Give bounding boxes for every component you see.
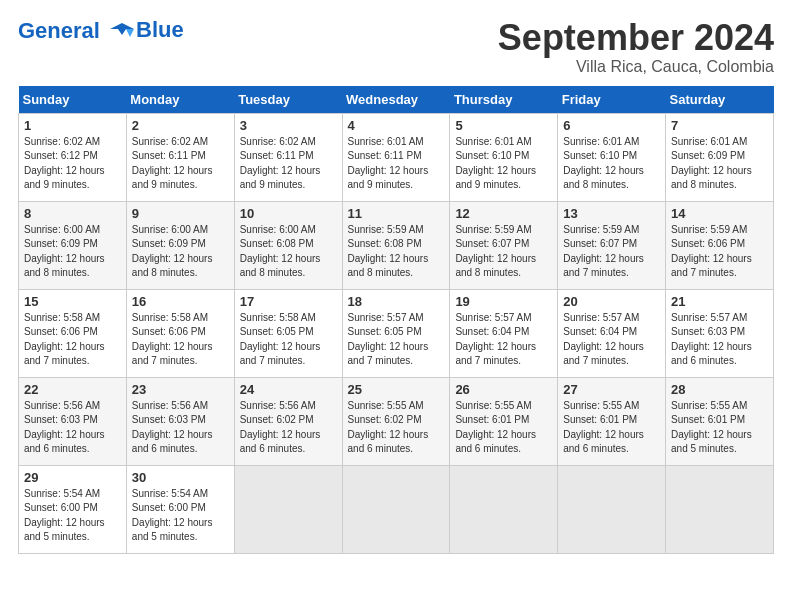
day-info: Sunrise: 5:59 AM Sunset: 6:07 PM Dayligh… (455, 223, 552, 281)
table-row: 27Sunrise: 5:55 AM Sunset: 6:01 PM Dayli… (558, 377, 666, 465)
day-number: 18 (348, 294, 445, 309)
col-monday: Monday (126, 86, 234, 114)
table-row: 20Sunrise: 5:57 AM Sunset: 6:04 PM Dayli… (558, 289, 666, 377)
table-row: 28Sunrise: 5:55 AM Sunset: 6:01 PM Dayli… (666, 377, 774, 465)
day-info: Sunrise: 6:00 AM Sunset: 6:09 PM Dayligh… (132, 223, 229, 281)
table-row: 11Sunrise: 5:59 AM Sunset: 6:08 PM Dayli… (342, 201, 450, 289)
table-row (558, 465, 666, 553)
day-info: Sunrise: 6:02 AM Sunset: 6:11 PM Dayligh… (132, 135, 229, 193)
day-number: 14 (671, 206, 768, 221)
calendar-table: Sunday Monday Tuesday Wednesday Thursday… (18, 86, 774, 554)
logo: General Blue (18, 18, 184, 43)
day-info: Sunrise: 5:56 AM Sunset: 6:02 PM Dayligh… (240, 399, 337, 457)
day-number: 3 (240, 118, 337, 133)
day-number: 19 (455, 294, 552, 309)
day-info: Sunrise: 5:57 AM Sunset: 6:03 PM Dayligh… (671, 311, 768, 369)
table-row (234, 465, 342, 553)
day-number: 17 (240, 294, 337, 309)
day-info: Sunrise: 6:00 AM Sunset: 6:09 PM Dayligh… (24, 223, 121, 281)
day-number: 16 (132, 294, 229, 309)
table-row: 26Sunrise: 5:55 AM Sunset: 6:01 PM Dayli… (450, 377, 558, 465)
day-number: 2 (132, 118, 229, 133)
calendar-body: 1Sunrise: 6:02 AM Sunset: 6:12 PM Daylig… (19, 113, 774, 553)
week-row: 22Sunrise: 5:56 AM Sunset: 6:03 PM Dayli… (19, 377, 774, 465)
day-number: 26 (455, 382, 552, 397)
day-number: 5 (455, 118, 552, 133)
month-title: September 2024 (498, 18, 774, 58)
day-info: Sunrise: 6:01 AM Sunset: 6:10 PM Dayligh… (455, 135, 552, 193)
day-number: 7 (671, 118, 768, 133)
table-row: 5Sunrise: 6:01 AM Sunset: 6:10 PM Daylig… (450, 113, 558, 201)
day-number: 6 (563, 118, 660, 133)
week-row: 15Sunrise: 5:58 AM Sunset: 6:06 PM Dayli… (19, 289, 774, 377)
col-tuesday: Tuesday (234, 86, 342, 114)
table-row: 1Sunrise: 6:02 AM Sunset: 6:12 PM Daylig… (19, 113, 127, 201)
col-wednesday: Wednesday (342, 86, 450, 114)
day-info: Sunrise: 6:01 AM Sunset: 6:11 PM Dayligh… (348, 135, 445, 193)
day-number: 21 (671, 294, 768, 309)
day-info: Sunrise: 5:55 AM Sunset: 6:01 PM Dayligh… (671, 399, 768, 457)
table-row: 3Sunrise: 6:02 AM Sunset: 6:11 PM Daylig… (234, 113, 342, 201)
header-row: Sunday Monday Tuesday Wednesday Thursday… (19, 86, 774, 114)
table-row: 19Sunrise: 5:57 AM Sunset: 6:04 PM Dayli… (450, 289, 558, 377)
day-info: Sunrise: 5:59 AM Sunset: 6:08 PM Dayligh… (348, 223, 445, 281)
day-number: 12 (455, 206, 552, 221)
location: Villa Rica, Cauca, Colombia (498, 58, 774, 76)
day-number: 27 (563, 382, 660, 397)
table-row: 2Sunrise: 6:02 AM Sunset: 6:11 PM Daylig… (126, 113, 234, 201)
day-info: Sunrise: 5:58 AM Sunset: 6:05 PM Dayligh… (240, 311, 337, 369)
table-row (450, 465, 558, 553)
table-row: 29Sunrise: 5:54 AM Sunset: 6:00 PM Dayli… (19, 465, 127, 553)
table-row: 7Sunrise: 6:01 AM Sunset: 6:09 PM Daylig… (666, 113, 774, 201)
day-number: 30 (132, 470, 229, 485)
table-row: 23Sunrise: 5:56 AM Sunset: 6:03 PM Dayli… (126, 377, 234, 465)
table-row: 16Sunrise: 5:58 AM Sunset: 6:06 PM Dayli… (126, 289, 234, 377)
day-info: Sunrise: 5:59 AM Sunset: 6:07 PM Dayligh… (563, 223, 660, 281)
header: General Blue September 2024 Villa Rica, … (18, 18, 774, 76)
logo-bird-icon (108, 21, 136, 43)
logo-general: General (18, 18, 100, 43)
table-row: 17Sunrise: 5:58 AM Sunset: 6:05 PM Dayli… (234, 289, 342, 377)
day-number: 13 (563, 206, 660, 221)
day-number: 11 (348, 206, 445, 221)
table-row: 6Sunrise: 6:01 AM Sunset: 6:10 PM Daylig… (558, 113, 666, 201)
day-info: Sunrise: 5:55 AM Sunset: 6:01 PM Dayligh… (455, 399, 552, 457)
svg-marker-1 (126, 29, 134, 37)
col-sunday: Sunday (19, 86, 127, 114)
day-number: 1 (24, 118, 121, 133)
table-row: 10Sunrise: 6:00 AM Sunset: 6:08 PM Dayli… (234, 201, 342, 289)
table-row: 13Sunrise: 5:59 AM Sunset: 6:07 PM Dayli… (558, 201, 666, 289)
col-saturday: Saturday (666, 86, 774, 114)
title-block: September 2024 Villa Rica, Cauca, Colomb… (498, 18, 774, 76)
table-row: 9Sunrise: 6:00 AM Sunset: 6:09 PM Daylig… (126, 201, 234, 289)
day-info: Sunrise: 5:56 AM Sunset: 6:03 PM Dayligh… (24, 399, 121, 457)
week-row: 1Sunrise: 6:02 AM Sunset: 6:12 PM Daylig… (19, 113, 774, 201)
day-info: Sunrise: 6:01 AM Sunset: 6:09 PM Dayligh… (671, 135, 768, 193)
table-row: 15Sunrise: 5:58 AM Sunset: 6:06 PM Dayli… (19, 289, 127, 377)
col-friday: Friday (558, 86, 666, 114)
day-number: 28 (671, 382, 768, 397)
day-number: 22 (24, 382, 121, 397)
day-number: 15 (24, 294, 121, 309)
day-info: Sunrise: 5:55 AM Sunset: 6:02 PM Dayligh… (348, 399, 445, 457)
table-row: 4Sunrise: 6:01 AM Sunset: 6:11 PM Daylig… (342, 113, 450, 201)
day-info: Sunrise: 5:55 AM Sunset: 6:01 PM Dayligh… (563, 399, 660, 457)
table-row (666, 465, 774, 553)
table-row: 12Sunrise: 5:59 AM Sunset: 6:07 PM Dayli… (450, 201, 558, 289)
day-info: Sunrise: 5:58 AM Sunset: 6:06 PM Dayligh… (132, 311, 229, 369)
day-info: Sunrise: 6:02 AM Sunset: 6:11 PM Dayligh… (240, 135, 337, 193)
table-row: 24Sunrise: 5:56 AM Sunset: 6:02 PM Dayli… (234, 377, 342, 465)
table-row: 25Sunrise: 5:55 AM Sunset: 6:02 PM Dayli… (342, 377, 450, 465)
table-row: 21Sunrise: 5:57 AM Sunset: 6:03 PM Dayli… (666, 289, 774, 377)
day-info: Sunrise: 5:54 AM Sunset: 6:00 PM Dayligh… (132, 487, 229, 545)
day-number: 25 (348, 382, 445, 397)
table-row (342, 465, 450, 553)
table-row: 22Sunrise: 5:56 AM Sunset: 6:03 PM Dayli… (19, 377, 127, 465)
table-row: 8Sunrise: 6:00 AM Sunset: 6:09 PM Daylig… (19, 201, 127, 289)
day-info: Sunrise: 5:57 AM Sunset: 6:05 PM Dayligh… (348, 311, 445, 369)
table-row: 30Sunrise: 5:54 AM Sunset: 6:00 PM Dayli… (126, 465, 234, 553)
day-number: 10 (240, 206, 337, 221)
logo-blue: Blue (136, 17, 184, 42)
day-number: 29 (24, 470, 121, 485)
col-thursday: Thursday (450, 86, 558, 114)
